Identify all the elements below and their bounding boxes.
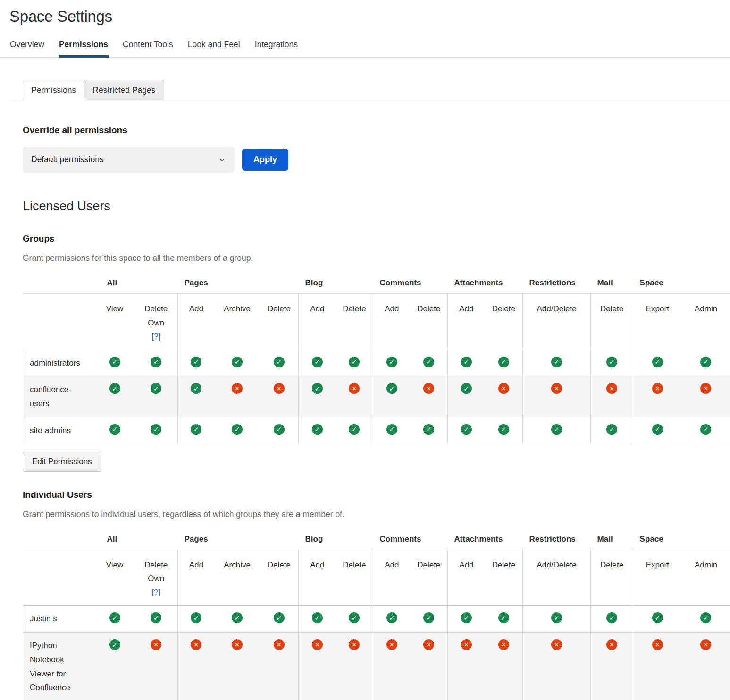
permission-denied-icon: ✕ [349, 639, 360, 650]
permission-granted-icon: ✓ [274, 424, 285, 435]
permission-granted-icon: ✓ [700, 612, 711, 623]
column-group-comments: Comments [373, 274, 448, 294]
column-group-mail: Mail [591, 274, 633, 294]
permission-granted-icon: ✓ [606, 357, 617, 367]
permission-denied-icon: ✕ [606, 383, 617, 394]
table-row: Justin s✓✓✓✓✓✓✓✓✓✓✓✓✓✓✓ [23, 606, 730, 633]
permission-granted-icon: ✓ [109, 612, 120, 623]
permission-denied-icon: ✕ [606, 639, 617, 650]
permission-granted-icon: ✓ [349, 357, 360, 367]
delete-own-help-link[interactable]: [?] [136, 330, 177, 343]
permission-denied-icon: ✕ [652, 639, 663, 650]
tab-permissions[interactable]: Permissions [59, 37, 109, 58]
permission-denied-icon: ✕ [551, 383, 562, 394]
column-delete: Delete [485, 550, 523, 606]
groups-description: Grant permissions for this space to all … [23, 253, 730, 263]
primary-tabs: OverviewPermissionsContent ToolsLook and… [9, 37, 730, 57]
table-row: IPython Notebook Viewer for Confluence✓✕… [23, 633, 730, 700]
permission-granted-icon: ✓ [551, 612, 562, 623]
column-add: Add [299, 550, 336, 606]
permission-denied-icon: ✕ [232, 383, 243, 394]
permission-granted-icon: ✓ [461, 383, 472, 394]
permission-granted-icon: ✓ [423, 424, 434, 435]
permission-granted-icon: ✓ [191, 612, 201, 623]
permission-denied-icon: ✕ [423, 383, 434, 394]
column-delete-own: DeleteOwn[?] [135, 550, 178, 606]
row-name: confluence-users [23, 376, 95, 417]
column-delete-own: DeleteOwn[?] [135, 294, 178, 350]
column-delete: Delete [260, 294, 299, 350]
permission-granted-icon: ✓ [423, 357, 434, 367]
tab-look-and-feel[interactable]: Look and Feel [187, 37, 241, 57]
column-group-space: Space [633, 274, 730, 294]
column-add: Add [299, 294, 336, 350]
column-delete: Delete [411, 550, 448, 606]
tab-overview[interactable]: Overview [9, 37, 45, 57]
permission-granted-icon: ✓ [700, 424, 711, 435]
permission-granted-icon: ✓ [498, 424, 509, 435]
permission-granted-icon: ✓ [232, 612, 243, 623]
column-group-blog: Blog [299, 530, 373, 550]
subtab-restricted-pages[interactable]: Restricted Pages [84, 80, 164, 101]
delete-own-help-link[interactable]: [?] [136, 586, 177, 599]
table-row: site-admins✓✓✓✓✓✓✓✓✓✓✓✓✓✓✓ [23, 417, 730, 444]
tab-content-tools[interactable]: Content Tools [122, 37, 174, 57]
permission-granted-icon: ✓ [386, 357, 397, 367]
column-group-all: All [95, 274, 178, 294]
licensed-users-heading: Licensed Users [23, 199, 730, 214]
row-name: Justin s [23, 606, 95, 633]
permissions-select[interactable]: Default permissions ⌄ [23, 147, 235, 173]
column-delete: Delete [485, 294, 523, 350]
permission-granted-icon: ✓ [312, 612, 323, 623]
permission-granted-icon: ✓ [191, 424, 201, 435]
groups-heading: Groups [23, 233, 730, 244]
permission-denied-icon: ✕ [274, 639, 285, 650]
permission-granted-icon: ✓ [312, 383, 323, 394]
permission-denied-icon: ✕ [274, 383, 285, 394]
permission-granted-icon: ✓ [312, 424, 323, 435]
permission-denied-icon: ✕ [498, 639, 509, 650]
permission-granted-icon: ✓ [386, 383, 397, 394]
column-view: View [95, 294, 135, 350]
permission-granted-icon: ✓ [386, 424, 397, 435]
page-title: Space Settings [9, 8, 730, 25]
permission-denied-icon: ✕ [151, 639, 161, 650]
permission-denied-icon: ✕ [312, 639, 323, 650]
tab-integrations[interactable]: Integrations [254, 37, 298, 57]
permission-granted-icon: ✓ [700, 357, 711, 367]
permission-granted-icon: ✓ [232, 424, 243, 435]
permission-granted-icon: ✓ [652, 612, 663, 623]
apply-button[interactable]: Apply [242, 149, 288, 171]
row-name: site-admins [23, 417, 95, 444]
permission-granted-icon: ✓ [232, 357, 243, 367]
permission-granted-icon: ✓ [312, 357, 323, 367]
column-group-mail: Mail [591, 530, 633, 550]
individual-users-description: Grant permissions to individual users, r… [23, 509, 730, 519]
column-export: Export [633, 294, 682, 350]
column-group-restrictions: Restrictions [523, 530, 591, 550]
subtab-permissions[interactable]: Permissions [23, 80, 84, 101]
permission-granted-icon: ✓ [551, 357, 562, 367]
groups-permissions-table: AllPagesBlogCommentsAttachmentsRestricti… [23, 274, 730, 444]
permission-granted-icon: ✓ [109, 424, 120, 435]
permission-granted-icon: ✓ [109, 383, 120, 394]
table-row: confluence-users✓✓✓✕✕✓✕✓✕✓✕✕✕✕✕ [23, 376, 730, 417]
permission-denied-icon: ✕ [498, 383, 509, 394]
override-heading: Override all permissions [23, 125, 730, 135]
permission-granted-icon: ✓ [151, 612, 161, 623]
column-group-restrictions: Restrictions [523, 274, 591, 294]
permission-granted-icon: ✓ [606, 612, 617, 623]
permission-granted-icon: ✓ [652, 424, 663, 435]
column-delete: Delete [591, 550, 633, 606]
column-view: View [95, 550, 135, 606]
column-group-pages: Pages [178, 530, 299, 550]
permission-granted-icon: ✓ [191, 383, 201, 394]
individual-users-heading: Individual Users [23, 490, 730, 500]
edit-permissions-button[interactable]: Edit Permissions [23, 452, 101, 472]
column-delete: Delete [336, 294, 373, 350]
permission-denied-icon: ✕ [700, 383, 711, 394]
permission-granted-icon: ✓ [109, 357, 120, 367]
row-name: administrators [23, 350, 95, 376]
column-add: Add [448, 294, 485, 350]
column-group-comments: Comments [373, 530, 448, 550]
